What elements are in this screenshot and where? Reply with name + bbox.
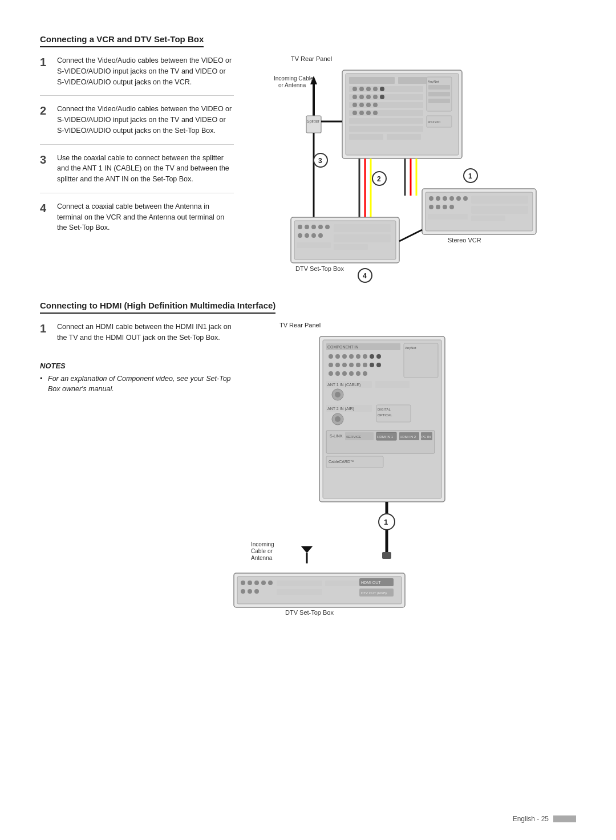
svg-text:HDMI IN 1: HDMI IN 1 [377,435,394,439]
svg-point-105 [370,354,374,359]
svg-point-74 [463,196,468,201]
svg-rect-47 [306,116,321,133]
svg-text:3: 3 [318,157,322,165]
svg-point-157 [248,581,252,585]
page-footer: English - 25 [513,815,576,823]
svg-rect-32 [428,85,450,90]
svg-point-113 [370,363,374,367]
svg-point-29 [373,111,378,115]
svg-text:4: 4 [363,272,367,280]
svg-point-165 [254,589,259,594]
svg-point-15 [373,87,378,91]
svg-text:CableCARD™: CableCARD™ [329,460,354,464]
svg-text:OPTICAL: OPTICAL [378,413,392,417]
step4-text: Connect a coaxial cable between the Ante… [57,201,234,233]
svg-rect-2 [349,77,395,84]
svg-point-156 [241,581,245,585]
step2-num: 2 [40,104,52,136]
svg-point-69 [429,196,433,201]
svg-point-70 [436,196,440,201]
svg-rect-63 [297,242,331,248]
svg-point-110 [349,363,354,367]
svg-point-106 [376,354,381,359]
svg-point-16 [380,87,384,91]
svg-text:ANT 1 IN (CABLE): ANT 1 IN (CABLE) [327,383,360,387]
svg-text:DTV OUT (RGB): DTV OUT (RGB) [361,591,387,595]
svg-point-120 [363,371,367,376]
svg-point-71 [443,196,447,201]
svg-point-22 [352,103,357,107]
svg-rect-75 [471,196,528,204]
svg-rect-65 [334,244,368,250]
svg-point-115 [329,371,333,376]
svg-point-107 [329,363,333,367]
svg-point-117 [342,371,347,376]
svg-rect-81 [471,206,528,214]
svg-text:Incoming Cable: Incoming Cable [274,75,314,82]
svg-text:S-LINK: S-LINK [330,434,343,438]
svg-text:Incoming: Incoming [251,541,274,547]
svg-rect-9 [349,126,423,132]
svg-rect-146 [382,552,391,559]
svg-text:SERVICE: SERVICE [346,435,361,439]
svg-point-103 [356,354,360,359]
svg-rect-162 [325,581,359,586]
svg-rect-58 [334,224,391,232]
section1-title: Connecting a VCR and DTV Set-Top Box [40,34,204,47]
svg-text:1: 1 [384,518,388,526]
svg-point-112 [363,363,367,367]
svg-point-108 [335,363,340,367]
step-2: 2 Connect the Video/Audio cables between… [40,104,234,144]
svg-point-125 [335,392,341,397]
svg-text:Splitter: Splitter [307,119,319,124]
svg-point-79 [449,205,454,209]
svg-rect-34 [428,99,450,103]
section2-steps: 1 Connect an HDMI cable between the HDMI… [40,322,234,576]
page-number: English - 25 [513,815,549,823]
svg-point-54 [305,225,309,229]
svg-point-160 [268,581,273,585]
svg-text:AnyNet: AnyNet [428,80,439,83]
svg-point-99 [329,354,333,359]
svg-rect-166 [277,589,322,595]
svg-point-17 [352,95,357,99]
diagram1-svg: AnyNet RS232C [245,64,553,287]
svg-point-100 [335,354,340,359]
tv-rear-panel-label2: TV Rear Panel [279,322,576,328]
svg-point-164 [248,589,252,594]
svg-point-114 [376,363,381,367]
svg-point-56 [318,225,323,229]
svg-point-28 [366,111,371,115]
svg-point-18 [359,95,364,99]
svg-point-57 [325,225,330,229]
svg-point-102 [349,354,354,359]
svg-text:Cable or: Cable or [251,548,273,554]
svg-rect-11 [387,134,421,140]
svg-rect-8 [349,118,423,124]
svg-point-24 [366,103,371,107]
svg-rect-123 [375,381,410,388]
svg-text:RS232C: RS232C [428,120,441,124]
svg-rect-3 [398,77,427,84]
svg-point-76 [429,205,433,209]
section2-title: Connecting to HDMI (High Definition Mult… [40,301,275,314]
svg-point-20 [373,95,378,99]
svg-point-109 [342,363,347,367]
svg-line-84 [399,230,422,241]
svg-text:PC IN: PC IN [422,435,431,439]
svg-rect-33 [428,92,450,96]
svg-marker-152 [301,546,313,553]
svg-point-73 [456,196,461,201]
svg-rect-10 [349,134,383,140]
step3-text: Use the coaxial cable to connect between… [57,153,234,185]
svg-point-19 [366,95,371,99]
svg-text:1: 1 [468,172,472,180]
page: Connecting a VCR and DTV Set-Top Box 1 C… [0,0,616,840]
svg-point-12 [352,87,357,91]
diagram2-svg: COMPONENT IN AnyNet [245,331,553,576]
section2-diagram: TV Rear Panel COMPONENT IN AnyNet [245,322,576,576]
step1-text: Connect the Video/Audio cables between t… [57,55,234,87]
svg-point-111 [356,363,360,367]
section1-diagram: TV Rear Panel [245,55,576,287]
page-footer-bar [553,815,576,822]
